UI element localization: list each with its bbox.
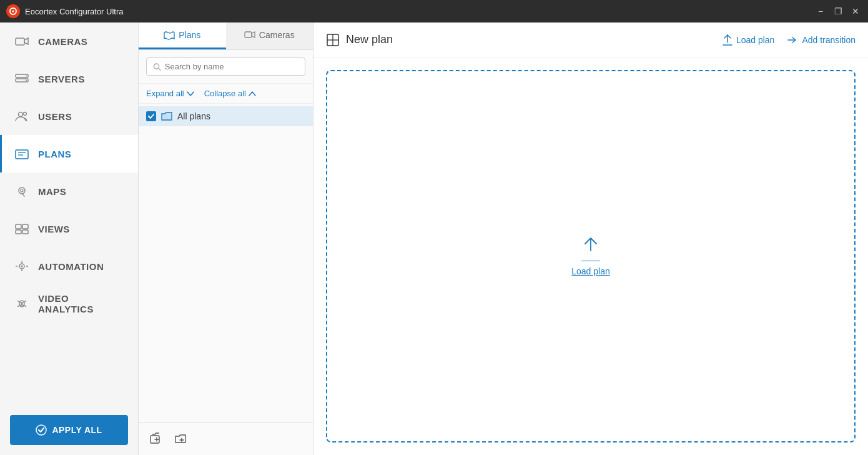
svg-point-6 bbox=[26, 76, 27, 77]
collapse-all-button[interactable]: Collapse all bbox=[204, 89, 256, 98]
apply-all-label: APPLY ALL bbox=[52, 425, 102, 435]
svg-point-26 bbox=[21, 303, 23, 305]
users-icon bbox=[14, 109, 29, 124]
svg-rect-16 bbox=[22, 224, 28, 229]
svg-point-1 bbox=[12, 11, 14, 12]
app-logo bbox=[6, 4, 20, 18]
plan-checkbox[interactable] bbox=[146, 111, 156, 121]
collapse-all-label: Collapse all bbox=[204, 89, 246, 98]
video-analytics-label: VIDEO ANALYTICS bbox=[38, 293, 126, 314]
page-title: New plan bbox=[346, 33, 393, 46]
add-plan-button[interactable] bbox=[146, 429, 166, 449]
search-input[interactable] bbox=[165, 62, 298, 71]
video-analytics-icon bbox=[14, 296, 29, 311]
chevron-down-icon bbox=[187, 91, 194, 96]
plan-icon bbox=[326, 33, 340, 47]
automation-icon bbox=[14, 259, 29, 274]
sidebar-item-maps[interactable]: MAPS bbox=[0, 172, 138, 210]
plans-label: PLANS bbox=[38, 149, 71, 159]
tab-plans[interactable]: Plans bbox=[139, 22, 226, 49]
tab-cameras-label: Cameras bbox=[259, 30, 295, 40]
svg-point-14 bbox=[21, 189, 23, 192]
add-transition-button[interactable]: Add transition bbox=[787, 35, 856, 45]
svg-rect-17 bbox=[16, 230, 21, 234]
svg-rect-15 bbox=[16, 224, 21, 229]
plan-item-label: All plans bbox=[177, 111, 210, 121]
add-transition-label: Add transition bbox=[802, 35, 856, 45]
sidebar-item-automation[interactable]: AUTOMATION bbox=[0, 248, 138, 285]
list-item[interactable]: All plans bbox=[139, 106, 313, 126]
titlebar: Eocortex Configurator Ultra − ❐ ✕ bbox=[0, 0, 868, 22]
expand-all-label: Expand all bbox=[146, 89, 184, 98]
load-plan-center-label: Load plan bbox=[571, 266, 610, 276]
sidebar: CAMERAS SERVERS bbox=[0, 22, 139, 455]
maps-icon bbox=[14, 184, 29, 199]
panel-search bbox=[139, 50, 313, 84]
svg-line-31 bbox=[159, 68, 160, 70]
main-actions: Load plan Add transition bbox=[723, 34, 856, 46]
app-title: Eocortex Configurator Ultra bbox=[25, 7, 814, 16]
svg-point-20 bbox=[21, 266, 23, 268]
plan-drop-area[interactable]: Load plan bbox=[326, 70, 856, 442]
svg-rect-28 bbox=[245, 32, 252, 38]
search-icon bbox=[153, 62, 161, 71]
upload-icon bbox=[723, 34, 732, 46]
chevron-up-icon bbox=[249, 91, 256, 96]
svg-marker-3 bbox=[24, 38, 28, 44]
panel-tabs: Plans Cameras bbox=[139, 22, 313, 50]
views-label: VIEWS bbox=[38, 224, 70, 234]
sidebar-item-cameras[interactable]: CAMERAS bbox=[0, 22, 138, 60]
views-icon bbox=[14, 221, 29, 236]
close-button[interactable]: ✕ bbox=[849, 6, 862, 16]
tab-cameras[interactable]: Cameras bbox=[226, 22, 313, 49]
panel-actions: Expand all Collapse all bbox=[139, 84, 313, 104]
transition-icon bbox=[787, 35, 798, 45]
folder-icon bbox=[161, 111, 172, 121]
load-plan-header-label: Load plan bbox=[736, 35, 775, 45]
svg-point-7 bbox=[26, 80, 27, 81]
cameras-label: CAMERAS bbox=[38, 36, 87, 47]
users-label: USERS bbox=[38, 111, 72, 122]
main-content: New plan Load plan Add transit bbox=[313, 22, 868, 455]
sidebar-bottom: APPLY ALL bbox=[0, 405, 138, 455]
restore-button[interactable]: ❐ bbox=[832, 6, 844, 16]
main-title-area: New plan bbox=[326, 33, 715, 47]
svg-point-9 bbox=[24, 112, 27, 116]
plan-canvas: Load plan bbox=[313, 58, 868, 455]
svg-rect-10 bbox=[16, 150, 28, 159]
svg-rect-2 bbox=[16, 38, 24, 45]
panel: Plans Cameras Expand all bbox=[139, 22, 313, 455]
load-plan-center-button[interactable]: Load plan bbox=[571, 237, 610, 276]
add-subfolder-button[interactable] bbox=[171, 429, 191, 449]
automation-label: AUTOMATION bbox=[38, 261, 104, 272]
apply-all-button[interactable]: APPLY ALL bbox=[10, 415, 128, 445]
svg-marker-29 bbox=[252, 32, 255, 38]
servers-icon bbox=[14, 71, 29, 86]
sidebar-item-servers[interactable]: SERVERS bbox=[0, 60, 138, 98]
search-box bbox=[146, 58, 305, 76]
app-body: CAMERAS SERVERS bbox=[0, 22, 868, 455]
minimize-button[interactable]: − bbox=[814, 6, 827, 16]
svg-rect-18 bbox=[22, 230, 28, 234]
sidebar-item-video-analytics[interactable]: VIDEO ANALYTICS bbox=[0, 285, 138, 322]
panel-footer bbox=[139, 422, 313, 455]
maps-label: MAPS bbox=[38, 186, 66, 197]
main-header: New plan Load plan Add transit bbox=[313, 22, 868, 58]
servers-label: SERVERS bbox=[38, 74, 85, 84]
upload-center-icon bbox=[581, 237, 600, 261]
sidebar-item-users[interactable]: USERS bbox=[0, 98, 138, 135]
expand-all-button[interactable]: Expand all bbox=[146, 89, 194, 98]
window-controls: − ❐ ✕ bbox=[814, 6, 862, 16]
panel-list: All plans bbox=[139, 104, 313, 422]
sidebar-item-views[interactable]: VIEWS bbox=[0, 210, 138, 248]
sidebar-item-plans[interactable]: PLANS bbox=[0, 135, 138, 172]
svg-point-27 bbox=[36, 425, 46, 435]
plans-icon bbox=[14, 146, 29, 161]
cameras-icon bbox=[14, 34, 29, 49]
svg-point-13 bbox=[19, 188, 25, 194]
svg-point-8 bbox=[19, 112, 23, 117]
tab-plans-label: Plans bbox=[179, 30, 200, 40]
load-plan-header-button[interactable]: Load plan bbox=[723, 34, 775, 46]
